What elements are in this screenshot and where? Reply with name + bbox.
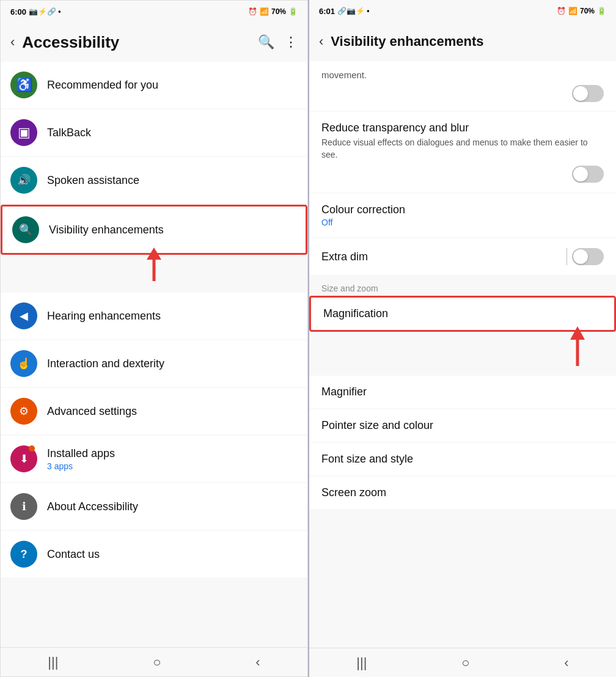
left-header-icons: 🔍 ⋮ [258, 34, 298, 50]
menu-item-installed[interactable]: ⬇ Installed apps 3 apps [1, 436, 307, 482]
reduce-transparency-item[interactable]: Reduce transparency and blur Reduce visu… [309, 112, 616, 192]
menu-item-talkback[interactable]: ▣ TalkBack [1, 109, 307, 156]
hearing-icon: ◀ [10, 302, 37, 329]
magnifier-title: Magnifier [321, 386, 604, 398]
right-app-header: ‹ Visibility enhancements [309, 22, 616, 61]
menu-item-interaction[interactable]: ☝ Interaction and dexterity [1, 340, 307, 387]
scroll-top-toggle[interactable] [572, 85, 604, 102]
hearing-text: Hearing enhancements [47, 310, 298, 323]
right-page-title: Visibility enhancements [331, 34, 606, 49]
colour-correction-status: Off [321, 218, 604, 227]
left-nav-bar: ||| ○ ‹ [1, 647, 307, 676]
left-home-button[interactable]: ○ [153, 654, 161, 670]
spoken-label: Spoken assistance [47, 174, 298, 187]
left-status-bar: 6:00 📷⚡🔗 • ⏰ 📶 70%🔋 [1, 1, 307, 23]
hearing-label: Hearing enhancements [47, 310, 298, 323]
reduce-transparency-title: Reduce transparency and blur [321, 122, 604, 134]
recommended-icon: ♿ [10, 71, 37, 98]
spoken-text: Spoken assistance [47, 174, 298, 187]
installed-sublabel: 3 apps [47, 461, 298, 471]
left-back-button[interactable]: ‹ [10, 34, 15, 50]
visibility-label: Visibility enhancements [49, 224, 296, 236]
right-status-left: 6:01 🔗📷⚡ • [319, 7, 370, 16]
magnification-item[interactable]: Magnification [309, 296, 616, 332]
menu-item-about[interactable]: ℹ About Accessibility [1, 483, 307, 530]
contact-text: Contact us [47, 548, 298, 561]
left-wifi-icon: 📶 [260, 7, 269, 16]
pointer-size-item[interactable]: Pointer size and colour [309, 409, 616, 442]
left-app-header: ‹ Accessibility 🔍 ⋮ [1, 23, 307, 62]
left-menu-list: ♿ Recommended for you ▣ TalkBack 🔊 Spoke… [1, 62, 307, 647]
advanced-text: Advanced settings [47, 405, 298, 418]
magnification-title: Magnification [323, 307, 602, 320]
menu-item-contact[interactable]: ? Contact us [1, 531, 307, 577]
left-status-right: ⏰ 📶 70%🔋 [248, 7, 298, 16]
interaction-icon: ☝ [10, 350, 37, 377]
more-options-icon[interactable]: ⋮ [284, 34, 298, 50]
scroll-top-text: movement. [321, 70, 604, 80]
screen-zoom-item[interactable]: Screen zoom [309, 477, 616, 509]
font-size-title: Font size and style [321, 453, 604, 466]
left-alarm-icon: ⏰ [248, 7, 257, 16]
extra-dim-row: Extra dim [321, 248, 604, 265]
right-recents-button[interactable]: ||| [356, 655, 367, 671]
about-label: About Accessibility [47, 500, 298, 513]
contact-label: Contact us [47, 548, 298, 561]
installed-text: Installed apps 3 apps [47, 447, 298, 471]
left-time: 6:00 [10, 7, 26, 16]
extra-dim-toggle[interactable] [572, 248, 604, 265]
right-status-bar: 6:01 🔗📷⚡ • ⏰ 📶 70%🔋 [309, 0, 616, 22]
colour-correction-item[interactable]: Colour correction Off [309, 194, 616, 237]
right-time: 6:01 [319, 7, 335, 16]
scroll-top-toggle-row [321, 85, 604, 102]
talkback-icon: ▣ [10, 119, 37, 146]
menu-item-spoken[interactable]: 🔊 Spoken assistance [1, 157, 307, 203]
advanced-label: Advanced settings [47, 405, 298, 418]
right-home-button[interactable]: ○ [461, 655, 469, 671]
right-battery: 70% [580, 7, 595, 15]
right-status-right: ⏰ 📶 70%🔋 [557, 7, 606, 15]
right-status-icons: 🔗📷⚡ • [337, 7, 370, 15]
extra-dim-toggle-group [566, 248, 604, 265]
left-status-left: 6:00 📷⚡🔗 • [10, 7, 61, 16]
talkback-text: TalkBack [47, 126, 298, 139]
right-alarm-icon: ⏰ [557, 7, 566, 15]
menu-item-recommended[interactable]: ♿ Recommended for you [1, 62, 307, 108]
menu-item-advanced[interactable]: ⚙ Advanced settings [1, 388, 307, 434]
advanced-icon: ⚙ [10, 398, 37, 425]
recommended-text: Recommended for you [47, 79, 298, 92]
left-battery: 70% [271, 7, 286, 16]
right-phone-panel: 6:01 🔗📷⚡ • ⏰ 📶 70%🔋 ‹ Visibility enhance… [308, 0, 616, 677]
about-icon: ℹ [10, 493, 37, 520]
magnifier-item[interactable]: Magnifier [309, 376, 616, 408]
extra-dim-divider [566, 248, 567, 265]
pointer-size-title: Pointer size and colour [321, 419, 604, 432]
right-back-button[interactable]: ‹ [319, 34, 323, 49]
reduce-transparency-toggle[interactable] [572, 166, 604, 183]
right-nav-bar: ||| ○ ‹ [309, 648, 616, 677]
font-size-item[interactable]: Font size and style [309, 443, 616, 475]
menu-item-visibility[interactable]: 🔍 Visibility enhancements [1, 205, 307, 255]
recommended-label: Recommended for you [47, 79, 298, 92]
reduce-transparency-toggle-row [321, 166, 604, 183]
search-icon[interactable]: 🔍 [258, 34, 274, 50]
left-back-nav-button[interactable]: ‹ [255, 654, 260, 670]
interaction-text: Interaction and dexterity [47, 357, 298, 370]
right-back-nav-button[interactable]: ‹ [564, 655, 568, 671]
scroll-top-item: movement. [309, 61, 616, 111]
colour-correction-title: Colour correction [321, 203, 604, 216]
left-recents-button[interactable]: ||| [48, 654, 58, 670]
menu-item-hearing[interactable]: ◀ Hearing enhancements [1, 293, 307, 339]
visibility-text: Visibility enhancements [49, 224, 296, 236]
right-wifi-icon: 📶 [568, 7, 578, 15]
screen-zoom-title: Screen zoom [321, 486, 604, 499]
visibility-icon: 🔍 [12, 216, 39, 243]
contact-icon: ? [10, 541, 37, 568]
extra-dim-item[interactable]: Extra dim [309, 238, 616, 275]
right-settings-list: movement. Reduce transparency and blur R… [309, 61, 616, 648]
reduce-transparency-sub: Reduce visual effects on dialogues and m… [321, 137, 604, 161]
notification-dot [29, 445, 35, 452]
installed-label: Installed apps [47, 447, 298, 460]
left-page-title: Accessibility [22, 33, 253, 52]
size-zoom-section-label: Size and zoom [309, 276, 616, 296]
